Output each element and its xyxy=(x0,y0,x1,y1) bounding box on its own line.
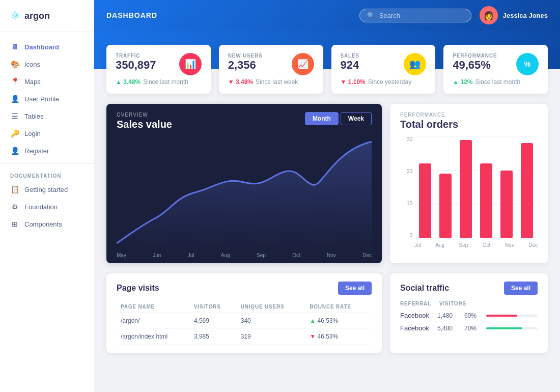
getting-started-icon: 📋 xyxy=(10,185,19,193)
col-unique-users: UNIQUE USERS xyxy=(237,301,306,313)
stat-card-footer: ▼ 3.48% Since last week xyxy=(228,78,314,86)
stat-card-sales: SALES 924 👥 ▼ 1.10% Since yesterday xyxy=(331,45,436,94)
page-visits-card: Page visits See all PAGE NAME VISITORS U… xyxy=(106,273,382,353)
chart-title: Sales value xyxy=(117,119,172,130)
user-info: 👩 Jessica Jones xyxy=(480,6,548,24)
sidebar-item-maps[interactable]: 📍 Maps xyxy=(0,73,94,90)
content-area: TRAFFIC 350,897 📊 ▲ 3.48% Since last mon… xyxy=(94,45,560,392)
social-pct: 60% xyxy=(464,312,482,319)
col-bounce-rate: BOUNCE RATE xyxy=(305,301,372,313)
page-visits-table: PAGE NAME VISITORS UNIQUE USERS BOUNCE R… xyxy=(117,301,372,345)
chart-body: $60k $50k $40k $30k $20k $10k $0k xyxy=(117,136,372,258)
stat-card-label: TRAFFIC xyxy=(116,53,156,59)
svg-rect-5 xyxy=(439,174,452,238)
search-bar[interactable]: 🔍 xyxy=(359,9,471,22)
social-name: Facebook xyxy=(400,312,433,319)
stat-card-info: NEW USERS 2,356 xyxy=(228,53,263,72)
doc-section-label: DOCUMENTATION xyxy=(0,168,94,181)
stat-card-header: SALES 924 👥 xyxy=(341,53,427,75)
sidebar-item-label: Components xyxy=(24,220,62,228)
footer-text: Since last month xyxy=(143,78,188,86)
charts-row: OVERVIEW Sales value Month Week $60k $50… xyxy=(106,104,548,263)
stat-card-footer: ▲ 3.48% Since last month xyxy=(116,78,202,86)
col-visitors: VISITORS xyxy=(190,301,237,313)
table-row: /argon/ 4,569 340 ▲ 46,53% xyxy=(117,313,372,329)
sidebar-item-user-profile[interactable]: 👤 User Profile xyxy=(0,90,94,107)
stat-card-traffic: TRAFFIC 350,897 📊 ▲ 3.48% Since last mon… xyxy=(106,45,211,94)
sidebar-item-label: Foundation xyxy=(24,203,58,211)
table-header-row: PAGE NAME VISITORS UNIQUE USERS BOUNCE R… xyxy=(117,301,372,313)
dashboard-icon: 🖥 xyxy=(10,43,19,51)
sidebar-item-getting-started[interactable]: 📋 Getting started xyxy=(0,181,94,198)
cell-bounce-rate: ▼ 46,53% xyxy=(305,329,372,345)
sidebar-nav: 🖥 Dashboard 🎨 Icons 📍 Maps 👤 User Profil… xyxy=(0,32,94,392)
change-indicator: ▼ 3.48% xyxy=(228,78,253,86)
see-all-social-button[interactable]: See all xyxy=(504,282,538,295)
social-pct: 70% xyxy=(464,325,482,332)
sidebar-item-label: Getting started xyxy=(24,186,68,193)
cell-bounce-rate: ▲ 46,53% xyxy=(305,313,372,329)
stat-card-label: PERFORMANCE xyxy=(453,53,497,59)
sidebar-item-icons[interactable]: 🎨 Icons xyxy=(0,55,94,73)
col-referral: REFERRAL xyxy=(400,301,433,306)
bar-chart-wrapper: 30 20 10 0 xyxy=(400,136,538,248)
sidebar-item-register[interactable]: 👤 Register xyxy=(0,142,94,159)
stat-card-value: 924 xyxy=(341,59,359,72)
card-title: Social traffic xyxy=(400,284,449,293)
sales-chart-card: OVERVIEW Sales value Month Week $60k $50… xyxy=(106,104,382,263)
svg-rect-7 xyxy=(480,163,492,238)
social-visitors: 5,480 xyxy=(437,325,460,332)
sidebar-item-label: User Profile xyxy=(24,95,59,103)
card-header-row: Social traffic See all xyxy=(400,282,538,295)
stat-card-new-users: NEW USERS 2,356 📈 ▼ 3.48% Since last wee… xyxy=(219,45,323,94)
chart-toggle: Month Week xyxy=(305,112,372,125)
table-row: /argon/index.html 3,985 319 ▼ 46,53% xyxy=(117,329,372,345)
stat-card-header: TRAFFIC 350,897 📊 xyxy=(116,53,202,75)
sidebar-item-label: Tables xyxy=(24,113,44,120)
logo-text: argon xyxy=(24,11,50,21)
stat-card-performance: PERFORMANCE 49,65% % ▲ 12% Since last mo… xyxy=(443,45,548,94)
table-body: /argon/ 4,569 340 ▲ 46,53% /argon/index.… xyxy=(117,313,372,345)
new-users-icon: 📈 xyxy=(292,53,314,75)
stat-card-info: PERFORMANCE 49,65% xyxy=(453,53,497,72)
bounce-up-icon: ▲ xyxy=(310,317,316,324)
bar-y-axis: 30 20 10 0 xyxy=(400,136,412,238)
sidebar-item-login[interactable]: 🔑 Login xyxy=(0,125,94,142)
social-name: Facebook xyxy=(400,324,433,332)
footer-text: Since last month xyxy=(475,78,520,86)
stat-card-value: 350,897 xyxy=(116,59,156,72)
sidebar-item-tables[interactable]: ☰ Tables xyxy=(0,107,94,125)
toggle-week-button[interactable]: Week xyxy=(341,112,372,125)
sidebar-item-dashboard[interactable]: 🖥 Dashboard xyxy=(0,38,94,55)
change-indicator: ▲ 3.48% xyxy=(116,78,141,86)
social-bar-bg xyxy=(486,327,538,329)
stat-card-info: SALES 924 xyxy=(341,53,359,72)
stat-card-label: SALES xyxy=(341,53,359,59)
performance-icon: % xyxy=(516,53,539,75)
traffic-icon: 📊 xyxy=(179,53,202,75)
sidebar-item-label: Register xyxy=(24,147,49,155)
table-head: PAGE NAME VISITORS UNIQUE USERS BOUNCE R… xyxy=(117,301,372,313)
avatar: 👩 xyxy=(480,6,498,24)
footer-text: Since yesterday xyxy=(368,78,411,86)
toggle-month-button[interactable]: Month xyxy=(305,112,339,125)
cell-page: /argon/ xyxy=(117,313,190,329)
bar-x-labels: Jul Aug Sep Oct Nov Dec xyxy=(414,240,538,248)
sidebar-item-components[interactable]: ⊞ Components xyxy=(0,215,94,233)
see-all-page-visits-button[interactable]: See all xyxy=(338,282,372,295)
search-input[interactable] xyxy=(379,12,461,19)
change-indicator: ▲ 12% xyxy=(453,78,472,86)
svg-rect-9 xyxy=(521,143,533,238)
cell-visitors: 4,569 xyxy=(190,313,237,329)
chart-area: May Jun Jul Aug Sep Oct Nov Dec xyxy=(117,136,372,258)
sidebar-item-foundation[interactable]: ⚙ Foundation xyxy=(0,198,94,215)
social-bar-bg xyxy=(486,315,538,317)
sales-icon: 👥 xyxy=(404,53,426,75)
svg-rect-8 xyxy=(500,171,513,238)
sidebar-logo: ⚛ argon xyxy=(0,0,94,32)
sidebar-item-label: Login xyxy=(24,130,41,137)
svg-rect-4 xyxy=(419,163,431,238)
main-content: DASHBOARD 🔍 👩 Jessica Jones TRAFFIC 350,… xyxy=(94,0,560,392)
header: DASHBOARD 🔍 👩 Jessica Jones xyxy=(94,0,560,31)
bar-chart-title: Total orders xyxy=(400,119,538,130)
